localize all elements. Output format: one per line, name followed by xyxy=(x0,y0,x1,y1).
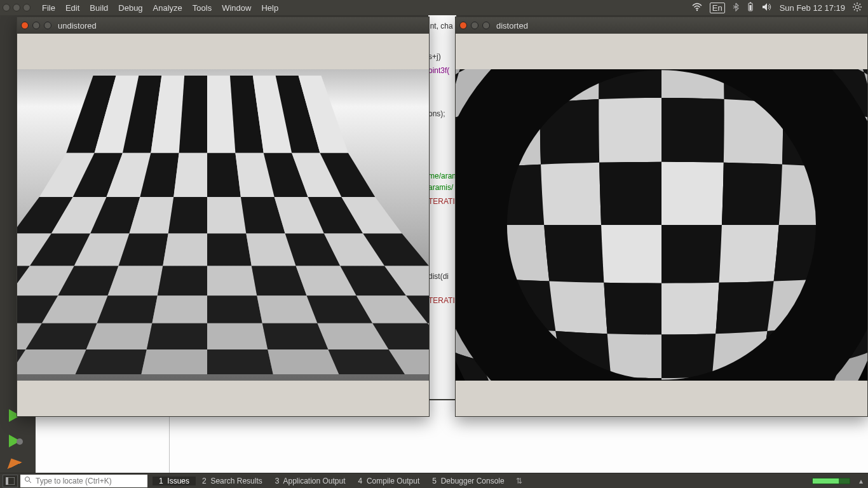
panel-tab-search[interactable]: 2 Search Results xyxy=(196,477,269,485)
panel-tab-issues[interactable]: 1 Issues xyxy=(153,477,196,485)
svg-marker-159 xyxy=(607,334,661,378)
svg-marker-79 xyxy=(207,323,268,349)
svg-marker-129 xyxy=(599,162,661,225)
svg-marker-29 xyxy=(207,153,241,197)
gear-icon[interactable] xyxy=(853,3,862,13)
window-title: undistored xyxy=(58,21,97,30)
svg-line-9 xyxy=(854,4,855,4)
code-fragment: TERATIO xyxy=(428,295,456,306)
close-icon[interactable] xyxy=(459,22,467,29)
menu-debug[interactable]: Debug xyxy=(113,3,147,13)
image-viewport xyxy=(17,34,429,416)
menu-build[interactable]: Build xyxy=(85,3,113,13)
clock-text[interactable]: Sun Feb 12 17:19 xyxy=(780,3,845,13)
svg-rect-177 xyxy=(6,477,8,485)
svg-point-4 xyxy=(855,5,859,9)
svg-marker-140 xyxy=(661,225,722,283)
battery-icon[interactable] xyxy=(747,2,754,14)
menu-window[interactable]: Window xyxy=(217,3,256,13)
undistorted-image xyxy=(17,69,429,381)
close-icon[interactable] xyxy=(3,4,10,11)
svg-line-10 xyxy=(860,9,860,10)
svg-marker-48 xyxy=(163,233,207,266)
panel-tab-appout[interactable]: 3 Application Output xyxy=(269,477,352,485)
debug-button[interactable] xyxy=(9,435,27,452)
svg-line-12 xyxy=(860,4,860,4)
code-fragment: aramis/ xyxy=(428,182,456,193)
maximize-icon[interactable] xyxy=(44,22,51,29)
ide-menubar: File Edit Build Debug Analyze Tools Wind… xyxy=(0,0,868,15)
code-fragment: TERATIO xyxy=(428,196,456,207)
code-fragment: int, cha xyxy=(428,20,456,32)
maximize-icon[interactable] xyxy=(482,22,490,29)
maximize-icon[interactable] xyxy=(23,4,31,11)
search-icon xyxy=(24,476,32,485)
panel-tab-compile[interactable]: 4 Compile Output xyxy=(352,477,426,485)
svg-marker-87 xyxy=(76,349,147,374)
menu-help[interactable]: Help xyxy=(256,3,283,13)
ide-statusbar: 1 Issues 2 Search Results 3 Application … xyxy=(0,473,868,488)
svg-marker-68 xyxy=(152,295,207,323)
image-viewport xyxy=(456,34,867,416)
svg-marker-78 xyxy=(147,323,207,349)
menu-analyze[interactable]: Analyze xyxy=(148,3,187,13)
svg-marker-131 xyxy=(722,163,782,225)
close-icon[interactable] xyxy=(21,22,29,29)
svg-marker-128 xyxy=(541,163,601,225)
svg-rect-2 xyxy=(750,2,751,3)
menu-file[interactable]: File xyxy=(37,3,60,13)
svg-marker-148 xyxy=(549,281,607,334)
minimize-icon[interactable] xyxy=(471,22,478,29)
locator-field[interactable] xyxy=(36,477,144,485)
language-indicator[interactable]: En xyxy=(710,3,725,13)
panel-selector-icon[interactable]: ⇅ xyxy=(516,477,522,485)
svg-marker-89 xyxy=(207,349,273,374)
bluetooth-icon[interactable] xyxy=(733,3,739,13)
window-title: distorted xyxy=(496,21,528,30)
svg-marker-139 xyxy=(601,225,661,283)
image-window-distorted[interactable]: distorted xyxy=(455,17,868,417)
wifi-icon[interactable] xyxy=(692,3,702,13)
window-controls-ide xyxy=(3,4,31,11)
svg-line-179 xyxy=(29,481,31,483)
panel-tab-debugger[interactable]: 5 Debugger Console xyxy=(426,477,510,485)
svg-marker-38 xyxy=(168,197,207,234)
svg-marker-130 xyxy=(661,162,724,225)
svg-marker-149 xyxy=(604,283,661,335)
svg-marker-59 xyxy=(207,266,257,296)
svg-marker-90 xyxy=(268,349,339,374)
svg-marker-141 xyxy=(719,225,779,283)
build-progress xyxy=(812,478,850,484)
minimize-icon[interactable] xyxy=(32,22,40,29)
distorted-image xyxy=(456,69,867,381)
svg-marker-119 xyxy=(599,98,661,163)
svg-marker-88 xyxy=(141,349,207,374)
minimize-icon[interactable] xyxy=(13,4,20,11)
svg-line-11 xyxy=(854,9,855,10)
svg-marker-160 xyxy=(661,334,715,378)
code-fragment: ons); xyxy=(428,108,456,119)
menu-tools[interactable]: Tools xyxy=(187,3,217,13)
titlebar-distorted[interactable]: distorted xyxy=(456,17,867,34)
titlebar-undistorted[interactable]: undistored xyxy=(17,17,429,34)
svg-marker-86 xyxy=(17,349,86,374)
svg-marker-39 xyxy=(207,197,246,234)
svg-marker-80 xyxy=(262,323,329,349)
volume-icon[interactable] xyxy=(762,3,772,13)
chevron-up-icon[interactable]: ▴ xyxy=(859,477,863,485)
locator-input[interactable] xyxy=(20,475,147,487)
menu-edit[interactable]: Edit xyxy=(60,3,85,13)
svg-marker-58 xyxy=(158,266,207,296)
svg-point-178 xyxy=(25,477,30,482)
svg-point-0 xyxy=(696,9,698,10)
svg-marker-49 xyxy=(207,233,252,266)
code-fragment: dist(di xyxy=(428,271,456,282)
svg-marker-151 xyxy=(715,281,773,334)
svg-marker-150 xyxy=(661,283,719,335)
code-fragment: oint3f( xyxy=(428,65,456,76)
svg-marker-69 xyxy=(207,295,262,323)
svg-marker-77 xyxy=(86,323,153,349)
sidebar-toggle-button[interactable] xyxy=(3,475,18,487)
svg-rect-3 xyxy=(749,5,751,10)
image-window-undistorted[interactable]: undistored xyxy=(17,17,430,417)
